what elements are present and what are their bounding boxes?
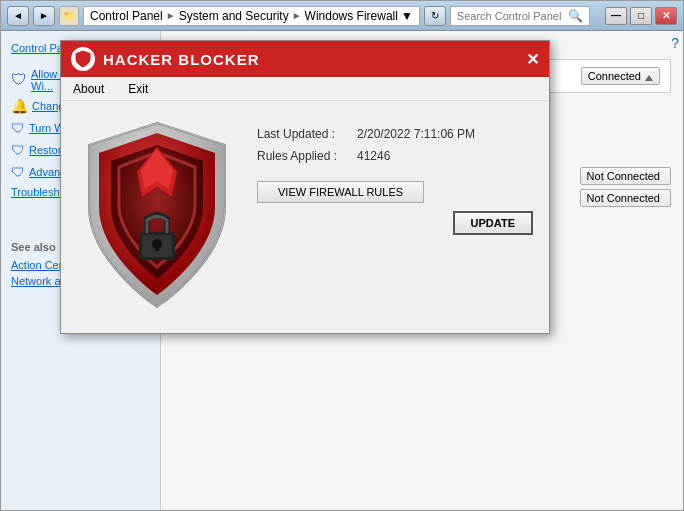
svg-rect-3 — [155, 244, 159, 251]
hb-close-button[interactable]: ✕ — [526, 50, 539, 69]
shield-graphic — [77, 117, 237, 317]
hb-menu: About Exit — [61, 77, 549, 101]
hb-menu-exit[interactable]: Exit — [124, 80, 152, 98]
view-firewall-rules-button[interactable]: VIEW FIREWALL RULES — [257, 181, 424, 203]
last-updated-value: 2/20/2022 7:11:06 PM — [357, 127, 475, 141]
hb-title-left: HACKER BLOCKER — [71, 47, 260, 71]
hb-info: Last Updated : 2/20/2022 7:11:06 PM Rule… — [257, 117, 533, 235]
hb-body: Last Updated : 2/20/2022 7:11:06 PM Rule… — [61, 101, 549, 333]
hb-title-bar: HACKER BLOCKER ✕ — [61, 41, 549, 77]
rules-applied-row: Rules Applied : 41246 — [257, 149, 533, 163]
hb-logo-icon — [71, 47, 95, 71]
hacker-blocker-overlay: HACKER BLOCKER ✕ About Exit — [0, 0, 684, 511]
hb-title-text: HACKER BLOCKER — [103, 51, 260, 68]
hb-button-row: VIEW FIREWALL RULES UPDATE — [257, 181, 533, 235]
rules-applied-label: Rules Applied : — [257, 149, 347, 163]
update-button[interactable]: UPDATE — [453, 211, 533, 235]
last-updated-label: Last Updated : — [257, 127, 347, 141]
hb-menu-about[interactable]: About — [69, 80, 108, 98]
rules-applied-value: 41246 — [357, 149, 390, 163]
hacker-blocker-window: HACKER BLOCKER ✕ About Exit — [60, 40, 550, 334]
last-updated-row: Last Updated : 2/20/2022 7:11:06 PM — [257, 127, 533, 141]
